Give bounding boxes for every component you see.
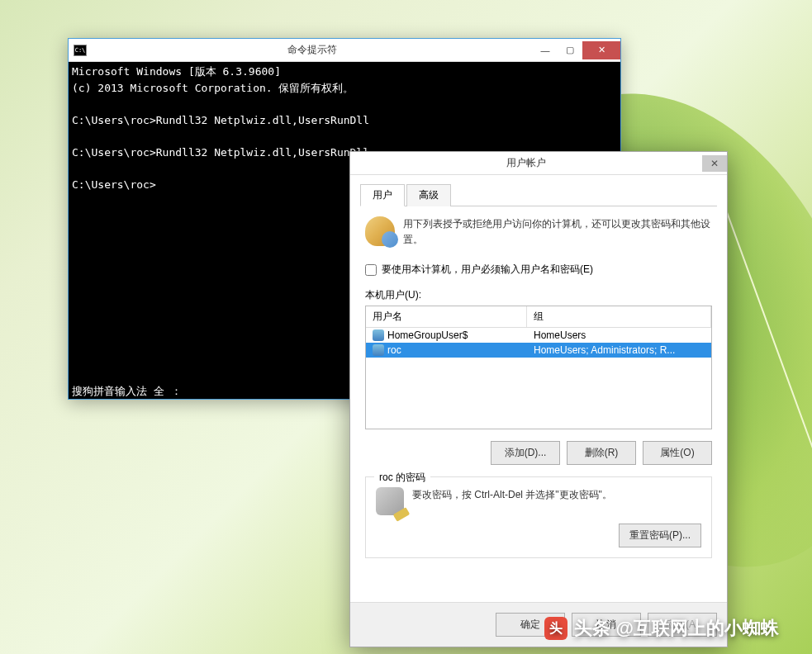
- add-button[interactable]: 添加(D)...: [491, 441, 560, 465]
- cmd-line: C:\Users\roc>Rundll32 Netplwiz.dll,Users…: [72, 114, 369, 126]
- reset-password-button[interactable]: 重置密码(P)...: [619, 524, 701, 547]
- properties-button[interactable]: 属性(O): [643, 441, 712, 465]
- info-text: 用下列表授予或拒绝用户访问你的计算机，还可以更改其密码和其他设置。: [403, 216, 712, 248]
- cmd-titlebar[interactable]: C:\ 命令提示符 — ▢ ✕: [69, 39, 620, 62]
- cmd-line: C:\Users\roc>Rundll32 Netplwiz.dll,Users…: [72, 146, 369, 159]
- tab-bar: 用户 高级: [360, 183, 717, 206]
- user-list-label: 本机用户(U):: [365, 288, 712, 302]
- watermark-icon: 头: [544, 617, 567, 640]
- require-password-label: 要使用本计算机，用户必须输入用户名和密码(E): [382, 263, 593, 277]
- ua-title: 用户帐户: [350, 156, 702, 170]
- user-accounts-dialog: 用户帐户 ✕ 用户 高级 用下列表授予或拒绝用户访问你的计算机，还可以更改其密码…: [349, 151, 728, 647]
- cmd-line: (c) 2013 Microsoft Corporation. 保留所有权利。: [72, 82, 354, 94]
- close-button[interactable]: ✕: [702, 155, 727, 172]
- tab-users[interactable]: 用户: [360, 184, 405, 206]
- cmd-line: C:\Users\roc>: [72, 178, 156, 191]
- user-list[interactable]: 用户名 组 HomeGroupUser$ HomeUsers roc HomeU…: [365, 306, 712, 429]
- password-info: 要改密码，按 Ctrl-Alt-Del 并选择"更改密码"。: [412, 487, 701, 515]
- user-row[interactable]: HomeGroupUser$ HomeUsers: [366, 328, 711, 343]
- cmd-icon: C:\: [74, 45, 87, 56]
- ime-status: 搜狗拼音输入法 全 ：: [72, 383, 182, 400]
- watermark: 头 头条 @互联网上的小蜘蛛: [544, 616, 779, 641]
- watermark-text: 头条 @互联网上的小蜘蛛: [574, 616, 779, 641]
- close-button[interactable]: ✕: [582, 41, 620, 59]
- users-icon: [365, 216, 395, 246]
- password-fieldset: roc 的密码 要改密码，按 Ctrl-Alt-Del 并选择"更改密码"。 重…: [365, 476, 712, 558]
- key-icon: [376, 487, 404, 515]
- user-row-selected[interactable]: roc HomeUsers; Administrators; R...: [366, 343, 711, 358]
- cmd-title: 命令提示符: [92, 43, 533, 57]
- require-password-checkbox[interactable]: [365, 264, 377, 276]
- minimize-button[interactable]: —: [533, 41, 558, 59]
- tab-advanced[interactable]: 高级: [406, 184, 451, 206]
- user-icon: [373, 329, 384, 341]
- col-group[interactable]: 组: [527, 306, 711, 327]
- maximize-button[interactable]: ▢: [558, 41, 582, 59]
- cmd-line: Microsoft Windows [版本 6.3.9600]: [72, 65, 281, 78]
- remove-button[interactable]: 删除(R): [567, 441, 636, 465]
- password-legend: roc 的密码: [374, 471, 430, 485]
- ua-titlebar[interactable]: 用户帐户 ✕: [350, 152, 727, 175]
- col-username[interactable]: 用户名: [366, 306, 527, 327]
- user-icon: [373, 344, 384, 356]
